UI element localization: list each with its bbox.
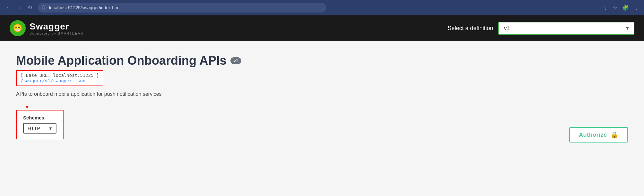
authorize-section: Authorize 🔒	[569, 127, 628, 143]
url-input[interactable]	[49, 5, 322, 10]
base-url: [ Base URL: localhost:51225 ]	[21, 73, 99, 78]
extensions-button[interactable]: 🧩	[621, 4, 630, 12]
swagger-json-link[interactable]: /swagger/v1/swagger.json	[21, 78, 85, 83]
schemes-arrow-annotation: ▾	[26, 103, 29, 110]
definition-select[interactable]: v1 v2	[499, 22, 634, 34]
authorize-button[interactable]: Authorize 🔒	[569, 127, 628, 143]
share-button[interactable]: ⇧	[602, 4, 609, 12]
definition-select-wrapper: v1 v2 ▼	[498, 22, 634, 35]
scheme-select[interactable]: HTTP HTTPS	[24, 124, 56, 133]
lock-icon: 🔒	[610, 131, 619, 139]
browser-chrome: ← → ↻ ⓘ ⇧ ☆ 🧩 ⋮	[0, 0, 644, 15]
swagger-sub: Supported by SMARTBEAR	[30, 32, 83, 35]
definition-selector: Select a definition v1 v2 ▼	[448, 22, 634, 35]
schemes-section: ▾ Schemes HTTP HTTPS ▼	[16, 110, 64, 139]
swagger-header: 😁 Swagger Supported by SMARTBEAR Select …	[0, 15, 644, 41]
swagger-text: Swagger Supported by SMARTBEAR	[30, 21, 83, 35]
info-icon: ⓘ	[42, 5, 47, 11]
main-content: Mobile Application Onboarding APIs v1 [ …	[0, 41, 644, 152]
api-title: Mobile Application Onboarding APIs	[16, 54, 227, 68]
api-description: APIs to onboard mobile application for p…	[16, 91, 628, 97]
schemes-annotation-box: Schemes HTTP HTTPS ▼	[16, 110, 64, 139]
api-title-row: Mobile Application Onboarding APIs v1	[16, 54, 628, 68]
swagger-icon: 😁	[10, 20, 26, 36]
schemes-label: Schemes	[23, 115, 56, 120]
more-button[interactable]: ⋮	[632, 4, 640, 12]
api-info-box: [ Base URL: localhost:51225 ] /swagger/v…	[16, 70, 103, 86]
authorize-label: Authorize	[579, 132, 607, 138]
reload-button[interactable]: ↻	[26, 4, 34, 12]
address-bar: ⓘ	[38, 3, 326, 12]
swagger-name: Swagger	[30, 21, 83, 32]
forward-button[interactable]: →	[15, 4, 24, 12]
nav-buttons: ← → ↻	[4, 4, 34, 12]
swagger-logo: 😁 Swagger Supported by SMARTBEAR	[10, 20, 83, 36]
definition-label: Select a definition	[448, 25, 493, 32]
bookmark-button[interactable]: ☆	[611, 4, 618, 12]
browser-actions: ⇧ ☆ 🧩 ⋮	[602, 4, 640, 12]
version-badge: v1	[230, 57, 241, 64]
back-button[interactable]: ←	[4, 4, 13, 12]
scheme-select-wrapper: HTTP HTTPS ▼	[23, 123, 56, 134]
